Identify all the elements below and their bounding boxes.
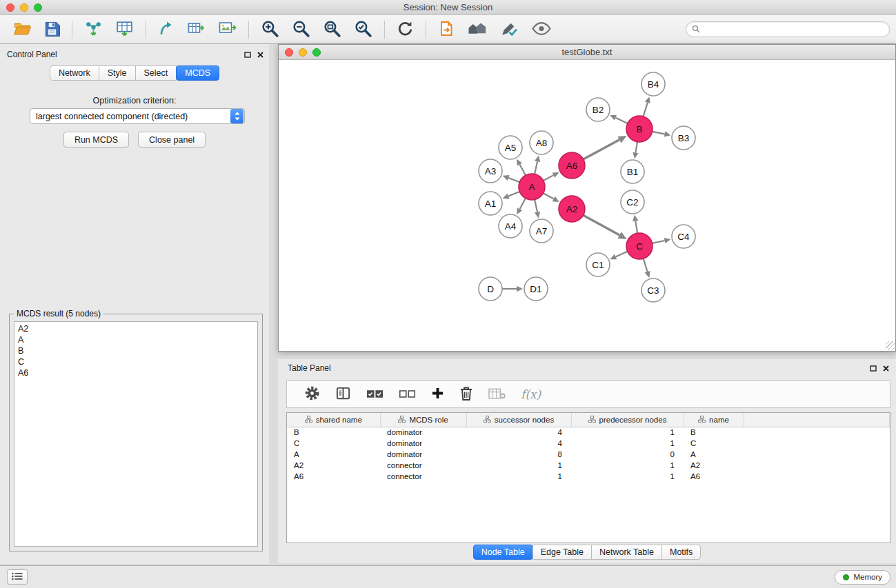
graph-node-A3[interactable]: A3: [479, 159, 502, 183]
graph-node-A2[interactable]: A2: [559, 196, 585, 222]
criterion-dropdown[interactable]: largest connected component (directed): [30, 108, 245, 124]
result-item[interactable]: B: [15, 345, 257, 356]
graph-node-C4[interactable]: C4: [672, 225, 695, 248]
column-header-name[interactable]: name: [684, 413, 744, 427]
cell-shared-name[interactable]: A6: [287, 471, 380, 482]
cell-name[interactable]: B: [684, 427, 744, 438]
cell-predecessor-nodes[interactable]: 0: [571, 449, 684, 460]
table-row[interactable]: A6connector11A6: [287, 471, 890, 482]
close-table-panel-icon[interactable]: [883, 365, 889, 372]
cell-shared-name[interactable]: C: [287, 438, 380, 449]
resize-grip[interactable]: [886, 341, 895, 350]
cell-name[interactable]: A: [684, 449, 744, 460]
export-table-button[interactable]: [187, 20, 206, 39]
graph-edge-C-C4[interactable]: [653, 241, 665, 243]
zoom-window-button[interactable]: [34, 3, 42, 12]
zoom-in-button[interactable]: [261, 19, 279, 40]
create-column-button[interactable]: [431, 387, 444, 402]
graph-node-C[interactable]: C: [626, 233, 653, 259]
cell-successor-nodes[interactable]: 1: [466, 460, 571, 471]
import-table-button[interactable]: [115, 20, 134, 39]
cell-predecessor-nodes[interactable]: 1: [571, 427, 684, 438]
table-tab-node-table[interactable]: Node Table: [473, 545, 533, 560]
import-network-button[interactable]: [84, 20, 103, 39]
close-panel-icon[interactable]: [257, 52, 263, 58]
cell-predecessor-nodes[interactable]: 1: [571, 438, 684, 449]
graph-node-B3[interactable]: B3: [672, 126, 695, 150]
export-image-button[interactable]: [218, 20, 237, 39]
cell-name[interactable]: C: [684, 438, 744, 449]
cell-predecessor-nodes[interactable]: 1: [571, 460, 684, 471]
graph-edge-B-B4[interactable]: [644, 103, 648, 116]
graph-node-B[interactable]: B: [626, 116, 653, 142]
cell-shared-name[interactable]: A2: [287, 460, 380, 471]
close-panel-button[interactable]: Close panel: [138, 132, 206, 148]
apply-layout-button[interactable]: [397, 20, 414, 39]
graph-node-A6[interactable]: A6: [559, 152, 585, 179]
graph-node-A4[interactable]: A4: [499, 214, 522, 238]
graph-edge-A-A3[interactable]: [508, 178, 519, 182]
table-tab-edge-table[interactable]: Edge Table: [532, 545, 592, 560]
graph-edge-A-A7[interactable]: [535, 200, 537, 212]
cell-MCDS-role[interactable]: dominator: [380, 438, 466, 449]
zoom-out-button[interactable]: [292, 19, 310, 40]
show-columns-button[interactable]: [335, 385, 351, 403]
graph-node-C1[interactable]: C1: [586, 253, 610, 276]
result-item[interactable]: A: [15, 334, 257, 345]
result-item[interactable]: A2: [15, 323, 257, 334]
search-field[interactable]: [686, 21, 890, 37]
graph-edge-A-A8[interactable]: [535, 161, 537, 174]
table-tab-motifs[interactable]: Motifs: [661, 545, 701, 560]
tab-mcds[interactable]: MCDS: [176, 65, 219, 81]
column-header-shared-name[interactable]: shared name: [287, 413, 380, 427]
apply-style-button[interactable]: [500, 20, 519, 39]
minimize-window-button[interactable]: [20, 3, 28, 12]
graph-edge-A2-C[interactable]: [584, 215, 620, 235]
task-history-button[interactable]: [7, 569, 28, 585]
mcds-result-list[interactable]: A2ABCA6: [14, 321, 258, 547]
cell-successor-nodes[interactable]: 4: [466, 438, 571, 449]
network-canvas[interactable]: B4B2BB3A5A8A6B1A3AA1C2A2A4A7C4C1CC3DD1: [279, 61, 895, 351]
graph-edge-B-B2[interactable]: [615, 118, 627, 123]
graph-node-D1[interactable]: D1: [524, 277, 548, 301]
graph-edge-C-C2[interactable]: [635, 221, 637, 234]
table-tab-network-table[interactable]: Network Table: [591, 545, 662, 560]
graph-node-B2[interactable]: B2: [586, 98, 610, 121]
network-zoom-button[interactable]: [312, 48, 321, 57]
close-window-button[interactable]: [6, 3, 14, 12]
tab-style[interactable]: Style: [99, 65, 136, 81]
select-all-columns-button[interactable]: [366, 387, 384, 403]
delete-column-button[interactable]: [459, 386, 473, 403]
table-row[interactable]: Bdominator41B: [287, 427, 890, 438]
column-header-MCDS-role[interactable]: MCDS role: [380, 413, 466, 427]
zoom-selected-button[interactable]: [354, 19, 372, 40]
graph-edge-C-C1[interactable]: [616, 252, 628, 257]
cell-MCDS-role[interactable]: dominator: [380, 449, 466, 460]
graph-node-A8[interactable]: A8: [530, 131, 553, 154]
cell-predecessor-nodes[interactable]: 1: [571, 471, 684, 482]
function-builder-button[interactable]: f(x): [521, 387, 541, 401]
run-mcds-button[interactable]: Run MCDS: [63, 132, 129, 148]
column-header-successor-nodes[interactable]: successor nodes: [466, 413, 571, 427]
cell-successor-nodes[interactable]: 8: [466, 449, 571, 460]
deselect-all-columns-button[interactable]: [399, 387, 416, 403]
graph-node-A[interactable]: A: [519, 174, 545, 200]
network-minimize-button[interactable]: [299, 48, 307, 57]
graph-edge-A-A4[interactable]: [519, 199, 526, 210]
search-input[interactable]: [704, 25, 884, 34]
graph-node-B1[interactable]: B1: [621, 160, 644, 183]
graph-edge-B-B3[interactable]: [653, 132, 665, 134]
graph-node-A7[interactable]: A7: [530, 219, 553, 243]
table-row[interactable]: Adominator80A: [287, 449, 890, 460]
table-settings-button[interactable]: [304, 385, 320, 403]
network-close-button[interactable]: [285, 48, 293, 57]
graph-edge-A-A1[interactable]: [508, 192, 519, 196]
delete-table-button[interactable]: [488, 387, 506, 403]
cell-name[interactable]: A2: [684, 460, 744, 471]
graph-edge-A-A6[interactable]: [544, 175, 554, 181]
graph-edge-A-A5[interactable]: [519, 165, 526, 176]
tab-select[interactable]: Select: [135, 65, 177, 81]
zoom-fit-button[interactable]: [323, 19, 341, 40]
cell-name[interactable]: A6: [684, 471, 744, 482]
save-session-button[interactable]: [44, 21, 60, 39]
